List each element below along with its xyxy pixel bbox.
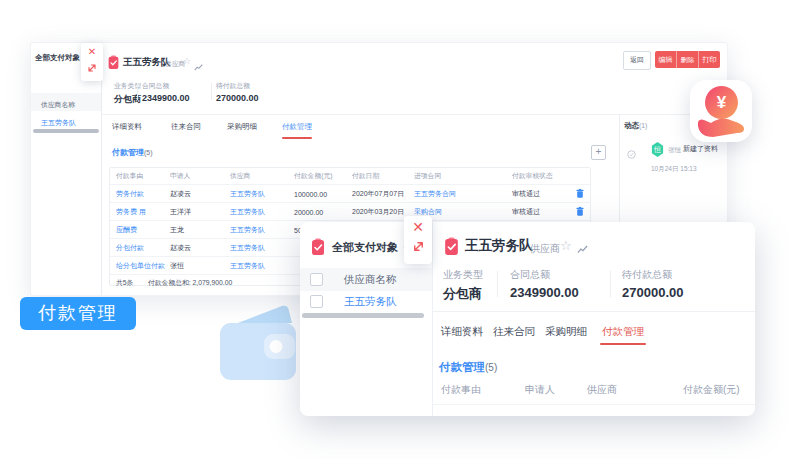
tab-underline — [600, 343, 646, 345]
section-title: 付款管理(5) — [439, 360, 497, 375]
select-all-checkbox[interactable] — [310, 273, 323, 286]
hand-icon — [695, 113, 747, 139]
reason-link[interactable]: 劳务费 用 — [116, 207, 146, 217]
stat-contract-total: 合同总额 2349900.00 — [510, 268, 579, 300]
edit-button[interactable]: 编辑 — [655, 51, 677, 68]
supplier-link[interactable]: 王五劳务队 — [230, 243, 265, 253]
row-checkbox[interactable] — [310, 295, 323, 308]
panel-controls: ✕ — [404, 216, 432, 264]
tab-detail[interactable]: 详细资料 — [441, 325, 483, 339]
table-header-row: 付款事由 申请人 供应商 付款金额(元) 付款日期 进项合同 付款审核状态 — [110, 168, 590, 184]
clipboard-icon — [443, 237, 460, 260]
row-count: 共5条 — [116, 278, 133, 288]
divider — [497, 271, 498, 297]
panel-controls: ✕ — [81, 43, 103, 81]
close-icon[interactable]: ✕ — [81, 43, 103, 60]
wallet-illustration — [218, 304, 298, 382]
action-button-group: 编辑 删除 打印 — [655, 51, 720, 68]
supplier-link[interactable]: 王五劳务队 — [230, 225, 265, 235]
trend-icon[interactable] — [577, 241, 588, 259]
row-delete-icon[interactable] — [576, 206, 584, 217]
table-row: 劳务费 用 王洋洋 王五劳务队 20000.00 2020年03月20日 采购合… — [110, 202, 590, 220]
supplier-link[interactable]: 王五劳务队 — [230, 261, 265, 271]
stat-business-type: 业务类型 分包商 — [443, 268, 483, 303]
tab-payment[interactable]: 付款管理 — [282, 122, 312, 132]
stat-pending-total: 待付款总额 270000.00 — [622, 268, 683, 300]
contract-link[interactable]: 采购合同 — [414, 207, 442, 217]
payment-detail-window-zoomed: 全部支付对象 供应商名称 王五劳务队 ✕ 王五劳务队 供应商 ☆ — [300, 222, 755, 416]
divider — [137, 83, 138, 100]
supplier-link[interactable]: 王五劳务队 — [230, 207, 265, 217]
supplier-column-header: 供应商名称 — [300, 268, 432, 291]
section-title: 付款管理(5) — [112, 147, 153, 158]
supplier-tag: 供应商 — [530, 242, 560, 256]
divider — [432, 404, 755, 405]
trend-icon[interactable] — [194, 58, 203, 76]
activity-title: 动态(1) — [624, 121, 647, 131]
expand-icon[interactable] — [81, 60, 103, 77]
back-button[interactable]: 返回 — [623, 51, 651, 70]
reason-link[interactable]: 劳务付款 — [116, 189, 144, 199]
col-header-amount: 付款金额(元) — [683, 383, 740, 397]
contract-link[interactable]: 王五劳务合同 — [414, 189, 456, 199]
close-icon[interactable]: ✕ — [404, 216, 432, 239]
horizontal-scrollbar[interactable] — [33, 129, 99, 133]
yen-hand-card: ¥ — [690, 80, 752, 142]
divider — [432, 311, 755, 312]
horizontal-scrollbar[interactable] — [302, 313, 424, 318]
tab-payment[interactable]: 付款管理 — [602, 325, 644, 339]
delete-button[interactable]: 删除 — [677, 51, 699, 68]
tab-purchase[interactable]: 采购明细 — [545, 325, 587, 339]
tab-contracts[interactable]: 往来合同 — [493, 325, 535, 339]
tab-contracts[interactable]: 往来合同 — [171, 122, 201, 132]
page-title: 王五劳务队 — [465, 237, 533, 255]
col-header-supplier: 供应商 — [587, 383, 617, 397]
pay-target-dropdown-label: 全部支付对象 — [35, 53, 80, 62]
payment-management-badge: 付款管理 — [20, 297, 136, 330]
col-header-reason: 付款事由 — [441, 383, 481, 397]
star-icon[interactable]: ☆ — [183, 56, 191, 66]
reason-link[interactable]: 分包付款 — [116, 243, 144, 253]
row-delete-icon[interactable] — [576, 188, 584, 199]
amount-sum: 付款金额总和: 2,079,900.00 — [148, 278, 232, 288]
table-row: 劳务付款 赵凌云 王五劳务队 100000.00 2020年07月07日 王五劳… — [110, 184, 590, 202]
page-title: 王五劳务队 — [123, 56, 171, 69]
pay-target-dropdown[interactable]: 全部支付对象 — [332, 240, 412, 255]
activity-action: 新建了资料 — [683, 144, 718, 154]
page: 全部支付对象 供应商名称 王五劳务队 ✕ 王五劳务队 供应商 ☆ 返回 编辑 删… — [0, 0, 792, 459]
divider — [101, 114, 727, 115]
clipboard-icon — [107, 55, 120, 74]
supplier-column-header: 供应商名称 — [31, 93, 101, 111]
star-icon[interactable]: ☆ — [560, 238, 572, 253]
check-circle-icon — [627, 145, 636, 163]
print-button[interactable]: 打印 — [699, 51, 720, 68]
clipboard-icon — [310, 238, 326, 260]
tab-purchase[interactable]: 采购明细 — [227, 122, 257, 132]
supplier-list-item[interactable]: 王五劳务队 — [300, 291, 432, 313]
expand-icon[interactable] — [404, 239, 432, 261]
status-text: 审核通过 — [512, 189, 540, 199]
avatar: 恒 — [651, 142, 664, 157]
reason-link[interactable]: 给分包单位付款 — [116, 261, 165, 271]
supplier-link[interactable]: 王五劳务队 — [230, 189, 265, 199]
stat-pending-total: 待付款总额 270000.00 — [216, 81, 259, 103]
stat-contract-total: 合同总额 2349900.00 — [142, 81, 190, 103]
supplier-list-item[interactable]: 王五劳务队 — [31, 111, 101, 129]
add-payment-button[interactable]: + — [591, 145, 606, 160]
activity-time: 10月24日 15:13 — [651, 165, 697, 174]
divider — [211, 83, 212, 100]
activity-user: 张恒 — [668, 146, 681, 155]
tab-underline — [282, 137, 312, 139]
col-header-applicant: 申请人 — [525, 383, 555, 397]
reason-link[interactable]: 应酬费 — [116, 225, 137, 235]
divider — [610, 271, 611, 297]
status-text: 审核通过 — [512, 207, 540, 217]
tab-detail[interactable]: 详细资料 — [112, 122, 142, 132]
